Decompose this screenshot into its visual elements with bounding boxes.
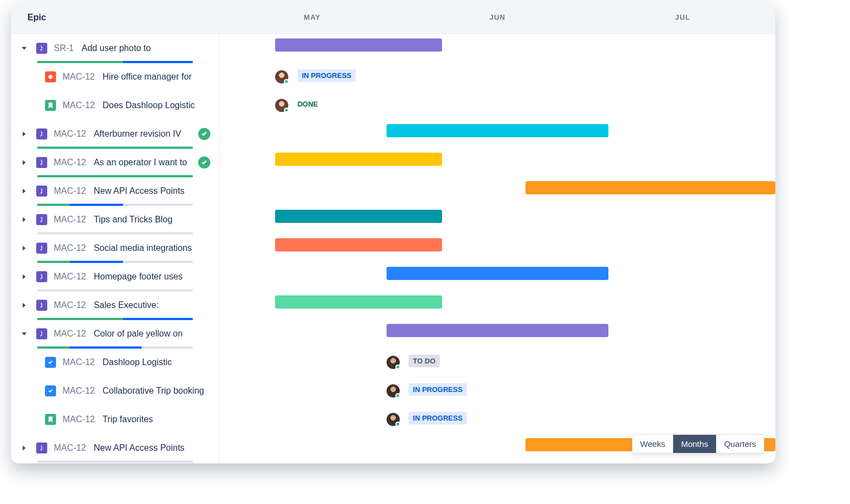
issue-title: Hire office manager for	[103, 72, 192, 82]
assignee-avatar[interactable]	[275, 70, 288, 83]
timeline-row: IN PROGRESS	[220, 377, 775, 405]
child-issue-row[interactable]: MAC-12Dashloop Logistic	[11, 348, 219, 377]
timeline-area[interactable]: IN PROGRESSDONETO DOIN PROGRESSIN PROGRE…	[220, 34, 775, 462]
issue-key: MAC-12	[54, 272, 86, 282]
issue-title: Does Dashloop Logistic	[103, 100, 195, 110]
month-label: JUN	[405, 1, 590, 33]
chevron-down-icon[interactable]	[19, 330, 30, 338]
timeline-row	[220, 291, 775, 320]
epic-bar[interactable]	[275, 238, 442, 251]
epic-row[interactable]: MAC-12Sales Executive:	[11, 291, 219, 320]
epic-type-icon	[36, 300, 47, 311]
epic-row[interactable]: MAC-12New API Access Points	[11, 177, 219, 205]
timeline-row: IN PROGRESS	[220, 63, 775, 91]
status-badge[interactable]: TO DO	[409, 355, 440, 367]
header-epic-label: Epic	[11, 1, 220, 33]
assignee-avatar[interactable]	[275, 99, 288, 112]
bug-type-icon	[45, 71, 56, 82]
epic-type-icon	[36, 443, 47, 453]
done-check-icon	[198, 128, 210, 140]
chevron-right-icon[interactable]	[19, 444, 30, 452]
progress-bar	[37, 461, 193, 463]
issue-key: MAC-12	[63, 415, 95, 424]
epic-type-icon	[36, 186, 47, 197]
timeline-row: IN PROGRESS	[220, 405, 775, 434]
issue-key: MAC-12	[63, 386, 95, 396]
issue-title: As an operator I want to	[94, 158, 187, 167]
epic-bar[interactable]	[275, 153, 442, 166]
timeframe-months[interactable]: Months	[673, 435, 715, 453]
epic-row[interactable]: MAC-12Homepage footer uses	[11, 262, 219, 291]
epic-bar[interactable]	[525, 181, 775, 194]
issue-key: MAC-12	[54, 329, 86, 339]
epic-row[interactable]: SR-1Add user photo to	[11, 34, 219, 63]
issue-key: MAC-12	[54, 243, 86, 253]
issue-title: Collaborative Trip booking	[103, 386, 204, 396]
presence-dot	[395, 393, 400, 398]
issue-key: MAC-12	[54, 215, 86, 225]
epic-type-icon	[36, 328, 47, 339]
issue-title: Trip favorites	[103, 415, 153, 424]
month-label: MAY	[220, 1, 405, 33]
issue-title: Add user photo to	[81, 43, 150, 53]
issue-title: Color of pale yellow on	[94, 329, 183, 339]
chevron-right-icon[interactable]	[19, 130, 30, 138]
epic-row[interactable]: MAC-12As an operator I want to	[11, 148, 219, 177]
svg-point-0	[48, 75, 52, 79]
issue-title: Tips and Tricks Blog	[94, 215, 172, 225]
issue-key: SR-1	[54, 43, 74, 53]
timeframe-weeks[interactable]: Weeks	[633, 435, 673, 453]
status-badge[interactable]: IN PROGRESS	[409, 412, 467, 424]
story-type-icon	[45, 414, 56, 425]
chevron-right-icon[interactable]	[19, 301, 30, 309]
issue-title: New API Access Points	[94, 443, 184, 453]
epic-row[interactable]: MAC-12Tips and Tricks Blog	[11, 205, 219, 234]
timeframe-toggle: Weeks Months Quarters	[632, 434, 764, 453]
chevron-right-icon[interactable]	[19, 244, 30, 252]
header-months: MAY JUN JUL	[220, 1, 775, 33]
chevron-right-icon[interactable]	[19, 187, 30, 195]
assignee-avatar[interactable]	[387, 413, 400, 426]
epic-row[interactable]: MAC-12Color of pale yellow on	[11, 320, 219, 348]
timeline-row	[220, 320, 775, 348]
epic-bar[interactable]	[275, 38, 442, 52]
epic-bar[interactable]	[387, 267, 609, 280]
issue-key: MAC-12	[54, 129, 86, 139]
epic-row[interactable]: MAC-12Afterburner revision IV	[11, 120, 219, 148]
progress-bar	[37, 346, 193, 349]
issue-key: MAC-12	[63, 72, 95, 82]
chevron-right-icon[interactable]	[19, 159, 30, 166]
chevron-right-icon[interactable]	[19, 273, 30, 281]
timeframe-quarters[interactable]: Quarters	[716, 435, 764, 453]
status-badge[interactable]: DONE	[298, 98, 323, 110]
child-issue-row[interactable]: MAC-12Collaborative Trip booking	[11, 377, 219, 405]
assignee-avatar[interactable]	[387, 356, 400, 369]
epic-bar[interactable]	[275, 295, 442, 309]
child-issue-row[interactable]: MAC-12Does Dashloop Logistic	[11, 91, 219, 120]
status-badge[interactable]: IN PROGRESS	[298, 69, 356, 82]
child-issue-row[interactable]: MAC-12Trip favorites	[11, 405, 219, 434]
chevron-right-icon[interactable]	[19, 216, 30, 223]
epic-row[interactable]: MAC-12Social media integrations	[11, 234, 219, 262]
issue-title: Sales Executive:	[94, 300, 159, 310]
chevron-down-icon[interactable]	[19, 44, 30, 52]
assignee-avatar[interactable]	[387, 384, 400, 397]
issue-title: Homepage footer uses	[94, 272, 183, 282]
presence-dot	[284, 108, 289, 113]
timeline-row	[220, 148, 775, 177]
child-issue-row[interactable]: MAC-12Hire office manager for	[11, 63, 219, 91]
epic-bar[interactable]	[387, 124, 609, 137]
issue-title: Afterburner revision IV	[94, 129, 181, 139]
epic-bar[interactable]	[275, 210, 442, 223]
month-label: JUL	[590, 1, 775, 33]
epic-type-icon	[36, 128, 47, 139]
epic-row[interactable]: MAC-12New API Access Points	[11, 434, 219, 462]
epic-bar[interactable]	[387, 324, 609, 337]
status-badge[interactable]: IN PROGRESS	[409, 383, 467, 396]
roadmap-viewport: Epic MAY JUN JUL SR-1Add user photo toMA…	[11, 1, 775, 463]
epic-type-icon	[36, 214, 47, 225]
issue-title: New API Access Points	[94, 186, 184, 196]
issue-key: MAC-12	[54, 186, 86, 196]
header-row: Epic MAY JUN JUL	[11, 1, 775, 34]
timeline-row: DONE	[220, 91, 775, 120]
